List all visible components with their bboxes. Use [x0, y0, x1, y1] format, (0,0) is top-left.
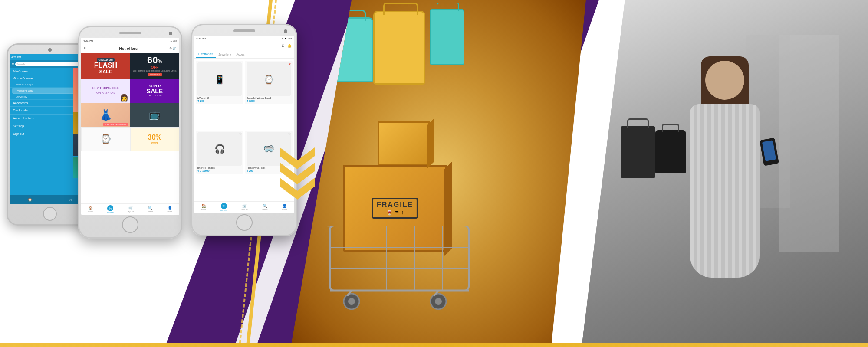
- phone-1-time: 4:21 PM: [11, 56, 21, 59]
- products-grid: 📱 iWooMi i2 ₹ 299 ⌚ Bracelet Watch Band …: [194, 59, 294, 200]
- chevron-svg: [280, 147, 315, 200]
- phone-2-header: ≡ Hot offers ⚙ 🛒: [81, 44, 179, 53]
- p3-hot-circle: %: [221, 203, 227, 209]
- p2-nav-cart[interactable]: 🛒 My Cart: [128, 206, 134, 213]
- sixty-percent: 60%: [147, 56, 162, 65]
- up-to-50-text: UP TO 50%: [148, 94, 162, 97]
- p2-signal-area: ▲ 22%: [170, 39, 177, 42]
- banner-row2: FLAT 30% OFFON FASHION 👩 SUPER SALE UP T…: [81, 79, 179, 103]
- shopping-bag-dark: [655, 130, 686, 174]
- flash-left-panel: CHILLED-OUT FLASH SALE: [81, 53, 130, 79]
- p3-signal-icon: ▼: [284, 37, 287, 40]
- bag-handle-dark: [662, 124, 679, 132]
- phone-3-tabs: Electronics Jewellery Acces: [194, 50, 294, 59]
- phone-2-screen: 4:21 PM ▲ 22% ≡ Hot offers ⚙ 🛒 CHILL: [81, 38, 179, 215]
- p2-hamburger[interactable]: ≡: [84, 46, 86, 50]
- woman-head: [705, 61, 744, 100]
- p2-home-icon: 🏠: [88, 206, 93, 210]
- p3-home-icon: 🏠: [201, 204, 206, 208]
- cart-frame: [317, 226, 482, 312]
- p3-nav-search[interactable]: 🔍 Search: [262, 204, 268, 210]
- tv-emoji: 📺: [149, 109, 161, 121]
- phone-2-camera: [169, 32, 172, 35]
- product-headphones[interactable]: 🎧 phones - Black ₹ 3-11999 ♡: [196, 131, 243, 174]
- p2-nav-profile[interactable]: 👤 Profile: [167, 206, 172, 213]
- bag-handle-dark2: [627, 118, 649, 128]
- hot-offer-icon: %: [69, 198, 72, 202]
- nav-home-btn[interactable]: 🏠: [28, 198, 32, 202]
- thirty-percent-big: 30%: [148, 134, 161, 141]
- p2-nav-search[interactable]: 🔍 Search: [148, 206, 153, 213]
- shop-now-btn[interactable]: Shop Now: [148, 73, 162, 76]
- tv-panel: 📺: [130, 103, 179, 127]
- phone-1-home-btn[interactable]: [43, 207, 57, 221]
- p2-hot-label: Hot offer: [107, 211, 113, 213]
- p3-home-label: Home: [201, 208, 206, 210]
- p2-search-icon: 🔍: [148, 206, 153, 210]
- phone-3-header: ⊞ 🔔: [194, 42, 294, 50]
- bag-yellow: [373, 11, 425, 85]
- flat-60-panel: 60% OFF On Footwear and Handbags Exclusi…: [130, 53, 179, 79]
- phone-3-body: 4:21 PM ▲ ▼ 22% ⊞ 🔔 Electronics: [191, 24, 297, 236]
- product-3-img: 🎧: [197, 132, 242, 166]
- bag-handle-small: [437, 3, 459, 11]
- p3-nav-hot[interactable]: % Hot offer: [220, 203, 227, 211]
- nav-hot-offer-btn[interactable]: %: [69, 198, 72, 202]
- flat-30-text: FLAT 30% OFFON FASHION: [92, 86, 119, 95]
- search-placeholder: Search: [16, 63, 25, 65]
- p2-profile-label: Profile: [167, 210, 172, 213]
- phone-2-home-btn[interactable]: [122, 216, 138, 233]
- fragile-text: FRAGILE: [377, 201, 413, 209]
- p3-bell-icon[interactable]: 🔔: [287, 44, 292, 48]
- p3-nav-home[interactable]: 🏠 Home: [201, 204, 206, 210]
- phone-3-home-btn[interactable]: [236, 214, 253, 231]
- p3-signal: ▲ ▼ 22%: [281, 37, 292, 40]
- hamburger-icon: ≡: [12, 62, 14, 66]
- offer30-panel: 30% offer: [130, 127, 179, 151]
- p3-hot-icon: %: [223, 205, 225, 208]
- product-3-price: ₹ 3-11999: [197, 169, 242, 172]
- bag-handle-yellow: [383, 3, 418, 15]
- box-small-top: [378, 121, 430, 165]
- product-3-heart: ♡: [239, 132, 242, 136]
- p2-title: Hot offers: [88, 46, 169, 51]
- p2-nav-home[interactable]: 🏠 Home: [88, 206, 93, 213]
- fashion-panel: 👗 FLAT 309 OFF Fashion: [81, 103, 130, 127]
- phone-screen: [762, 140, 776, 161]
- product-watchband[interactable]: ⌚ Bracelet Watch Band ₹ 3299 ♥: [245, 61, 293, 104]
- woman-bg: [582, 0, 868, 347]
- product-iwoomii2[interactable]: 📱 iWooMi i2 ₹ 299: [196, 61, 243, 104]
- tab-electronics[interactable]: Electronics: [196, 50, 216, 58]
- p2-nav-hot[interactable]: % Hot offer: [107, 205, 113, 213]
- p2-filter-icon[interactable]: ⚙: [169, 47, 172, 50]
- p3-filter-icon[interactable]: ⊞: [282, 44, 285, 48]
- watch-panel: ⌚: [81, 127, 130, 151]
- p2-time: 4:21 PM: [83, 39, 93, 42]
- svg-rect-2: [330, 226, 469, 291]
- fragile-border: FRAGILE 🍷 ☂ ↑: [372, 198, 418, 219]
- fragile-label: FRAGILE 🍷 ☂ ↑: [372, 198, 418, 219]
- banner-row3: 👗 FLAT 309 OFF Fashion 📺: [81, 103, 179, 127]
- p3-wifi-icon: ▲: [281, 37, 283, 40]
- p3-search-icon: 🔍: [263, 204, 267, 208]
- banner-row4: ⌚ 30% offer: [81, 127, 179, 151]
- p3-nav-cart[interactable]: 🛒 My Cart: [242, 204, 248, 210]
- gold-bottom-bar: [0, 343, 868, 347]
- fragile-icon-arrow: ↑: [401, 210, 404, 216]
- p3-nav-profile[interactable]: 👤 Profile: [282, 204, 287, 210]
- shopping-bag-dark2: [621, 126, 655, 178]
- phone-2: 4:21 PM ▲ 22% ≡ Hot offers ⚙ 🛒 CHILL: [78, 26, 182, 239]
- p2-cart-icon[interactable]: 🛒: [173, 47, 177, 50]
- search-bar: Search: [15, 62, 88, 66]
- tab-jewellery[interactable]: Jewellery: [216, 50, 233, 58]
- off-text: OFF: [151, 65, 159, 69]
- phone-1-camera: [48, 48, 52, 52]
- p2-wifi: ▲ 22%: [170, 39, 177, 42]
- phone-3-bottom-nav: 🏠 Home % Hot offer 🛒 My Cart 🔍: [194, 201, 294, 213]
- phone-2-status: 4:21 PM ▲ 22%: [81, 38, 179, 44]
- p2-search-label: Search: [148, 210, 153, 213]
- p3-time: 4:21 PM: [196, 37, 206, 40]
- tab-accessories[interactable]: Acces: [233, 50, 247, 58]
- product-2-price: ₹ 3299: [247, 99, 291, 102]
- p2-hot-circle: %: [107, 205, 113, 211]
